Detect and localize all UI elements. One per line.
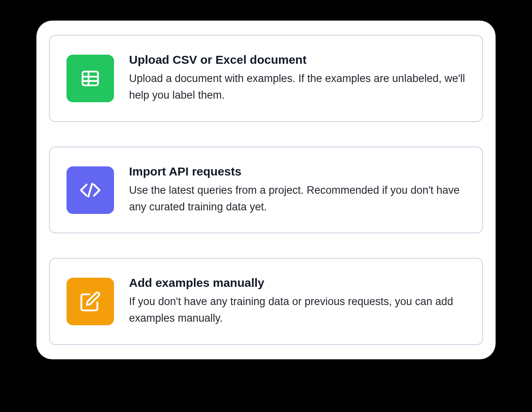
option-title: Import API requests	[129, 165, 466, 178]
option-description: Upload a document with examples. If the …	[129, 71, 466, 104]
option-text: Upload CSV or Excel document Upload a do…	[129, 53, 466, 104]
option-upload-csv[interactable]: Upload CSV or Excel document Upload a do…	[49, 35, 483, 122]
options-container: Upload CSV or Excel document Upload a do…	[36, 21, 496, 359]
option-description: If you don't have any training data or p…	[129, 294, 466, 327]
option-text: Add examples manually If you don't have …	[129, 276, 466, 327]
spreadsheet-icon	[66, 55, 114, 102]
svg-line-4	[88, 183, 92, 196]
option-add-manually[interactable]: Add examples manually If you don't have …	[49, 258, 483, 345]
option-import-api[interactable]: Import API requests Use the latest queri…	[49, 147, 483, 234]
svg-rect-0	[83, 72, 98, 86]
option-text: Import API requests Use the latest queri…	[129, 165, 466, 216]
code-icon	[66, 166, 114, 214]
pencil-edit-icon	[66, 278, 114, 325]
option-title: Upload CSV or Excel document	[129, 53, 466, 67]
option-description: Use the latest queries from a project. R…	[129, 182, 466, 216]
option-title: Add examples manually	[129, 276, 466, 290]
